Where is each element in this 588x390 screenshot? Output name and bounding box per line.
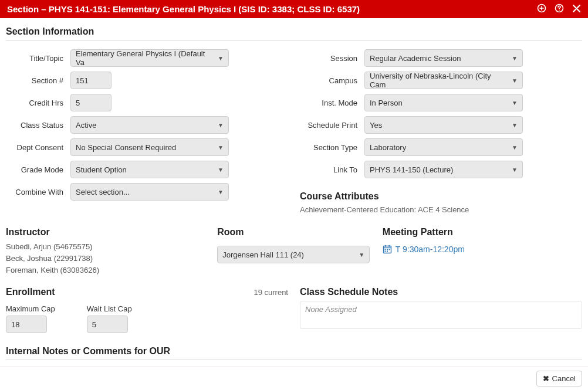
dialog-body[interactable]: Section Information Title/Topic Elementa… <box>0 18 588 367</box>
class-schedule-notes-block: Class Schedule Notes None Assigned <box>300 287 582 333</box>
schedule-print-label: Schedule Print <box>300 121 364 130</box>
class-schedule-notes-box[interactable]: None Assigned <box>300 301 582 329</box>
campus-select[interactable]: University of Nebraska-Lincoln (City Cam… <box>364 72 523 89</box>
wait-cap-value: 5 <box>92 320 96 329</box>
enrollment-heading: Enrollment <box>6 287 55 297</box>
meeting-pattern-link[interactable]: T 9:30am-12:20pm <box>383 245 465 254</box>
dialog-footer: ✖ Cancel <box>0 367 588 390</box>
dept-consent-select[interactable]: No Special Consent Required▼ <box>70 138 229 156</box>
schedule-print-value: Yes <box>370 121 382 130</box>
wait-cap-label: Wait List Cap <box>87 304 132 313</box>
inst-mode-select[interactable]: In Person▼ <box>364 94 523 111</box>
dialog-title: Section – PHYS 141-151: Elementary Gener… <box>7 4 360 14</box>
credit-hrs-value: 5 <box>76 99 80 107</box>
svg-rect-9 <box>385 245 386 247</box>
title-topic-value: Elementary General Physics I (Default Va <box>76 49 214 67</box>
campus-label: Campus <box>300 76 364 85</box>
schedule-print-select[interactable]: Yes▼ <box>364 116 523 134</box>
combine-with-value: Select section... <box>76 188 130 196</box>
section-type-select[interactable]: Laboratory▼ <box>364 138 523 156</box>
chevron-down-icon: ▼ <box>359 252 364 258</box>
dept-consent-value: No Special Consent Required <box>76 143 176 152</box>
class-status-label: Class Status <box>6 121 70 130</box>
course-attributes-block: Course Attributes Achievement-Centered E… <box>300 191 582 214</box>
enroll-notes-row: Enrollment 19 current Maximum Cap 18 Wai… <box>6 276 582 333</box>
wait-cap-input[interactable]: 5 <box>87 316 128 333</box>
max-cap-input[interactable]: 18 <box>6 316 47 333</box>
divider <box>6 359 582 360</box>
chevron-down-icon: ▼ <box>512 100 518 106</box>
link-to-label: Link To <box>300 165 364 174</box>
chevron-down-icon: ▼ <box>218 55 224 62</box>
grade-mode-label: Grade Mode <box>6 165 70 174</box>
divider <box>6 40 582 41</box>
meeting-pattern-text: T 9:30am-12:20pm <box>396 245 465 254</box>
section-information-heading: Section Information <box>6 26 582 37</box>
class-status-select[interactable]: Active▼ <box>70 116 229 134</box>
room-select[interactable]: Jorgensen Hall 111 (24)▼ <box>217 246 370 263</box>
calendar-icon <box>383 245 392 254</box>
session-value: Regular Academic Session <box>370 54 461 63</box>
instructor-block: Instructor Subedi, Arjun (54675575) Beck… <box>6 227 205 276</box>
chevron-down-icon: ▼ <box>512 77 518 84</box>
instructor-line: Foreman, Keith (63083626) <box>6 264 205 276</box>
chevron-down-icon: ▼ <box>218 144 224 151</box>
instructor-heading: Instructor <box>6 227 205 238</box>
titlebar: Section – PHYS 141-151: Elementary Gener… <box>0 0 588 18</box>
section-num-input[interactable]: 151 <box>70 72 111 89</box>
inst-mode-label: Inst. Mode <box>300 99 364 107</box>
chevron-down-icon: ▼ <box>218 122 224 128</box>
campus-value: University of Nebraska-Lincoln (City Cam <box>370 72 508 89</box>
lower-grid: Instructor Subedi, Arjun (54675575) Beck… <box>6 227 582 276</box>
session-label: Session <box>300 54 364 63</box>
instructor-line: Beck, Joshua (22991738) <box>6 253 205 264</box>
credit-hrs-input[interactable]: 5 <box>70 94 111 111</box>
dept-consent-label: Dept Consent <box>6 143 70 152</box>
meeting-pattern-heading: Meeting Pattern <box>383 227 582 238</box>
svg-rect-12 <box>387 249 388 250</box>
max-cap-label: Maximum Cap <box>6 304 55 313</box>
grade-mode-value: Student Option <box>76 165 127 174</box>
help-icon[interactable] <box>555 4 564 15</box>
course-attributes-heading: Course Attributes <box>300 191 582 202</box>
add-icon[interactable] <box>537 4 546 15</box>
chevron-down-icon: ▼ <box>218 167 224 173</box>
form-columns: Title/Topic Elementary General Physics I… <box>6 49 582 214</box>
chevron-down-icon: ▼ <box>512 122 518 128</box>
section-type-value: Laboratory <box>370 143 406 152</box>
title-topic-select[interactable]: Elementary General Physics I (Default Va… <box>70 49 229 67</box>
section-num-label: Section # <box>6 76 70 85</box>
course-attributes-text: Achievement-Centered Education: ACE 4 Sc… <box>300 205 582 214</box>
section-dialog: Section – PHYS 141-151: Elementary Gener… <box>0 0 588 390</box>
grade-mode-select[interactable]: Student Option▼ <box>70 161 229 178</box>
room-block: Room Jorgensen Hall 111 (24)▼ <box>217 227 371 276</box>
title-topic-label: Title/Topic <box>6 54 70 63</box>
close-icon: ✖ <box>543 374 549 383</box>
titlebar-actions <box>537 4 581 15</box>
max-cap-value: 18 <box>11 320 19 329</box>
svg-point-4 <box>559 10 559 11</box>
chevron-down-icon: ▼ <box>512 167 518 173</box>
link-to-value: PHYS 141-150 (Lecture) <box>370 165 453 174</box>
class-schedule-notes-heading: Class Schedule Notes <box>300 287 582 297</box>
internal-notes-heading: Internal Notes or Comments for OUR <box>6 346 582 357</box>
meeting-pattern-block: Meeting Pattern T 9:30am-12:20pm <box>383 227 582 276</box>
chevron-down-icon: ▼ <box>512 144 518 151</box>
link-to-select[interactable]: PHYS 141-150 (Lecture)▼ <box>364 161 523 178</box>
right-column: Session Regular Academic Session▼ Campus… <box>300 49 582 214</box>
close-icon[interactable] <box>572 4 581 15</box>
combine-with-label: Combine With <box>6 188 70 196</box>
combine-with-select[interactable]: Select section...▼ <box>70 183 229 201</box>
class-status-value: Active <box>76 121 96 130</box>
section-type-label: Section Type <box>300 143 364 152</box>
inst-mode-value: In Person <box>370 99 403 107</box>
instructor-line: Subedi, Arjun (54675575) <box>6 241 205 253</box>
cancel-button[interactable]: ✖ Cancel <box>536 371 582 386</box>
enrollment-current: 19 current <box>254 288 288 297</box>
svg-rect-11 <box>384 249 386 250</box>
cancel-button-label: Cancel <box>552 374 576 383</box>
svg-rect-14 <box>384 251 386 252</box>
session-select[interactable]: Regular Academic Session▼ <box>364 49 523 67</box>
svg-rect-15 <box>387 251 388 252</box>
svg-rect-10 <box>388 245 390 247</box>
